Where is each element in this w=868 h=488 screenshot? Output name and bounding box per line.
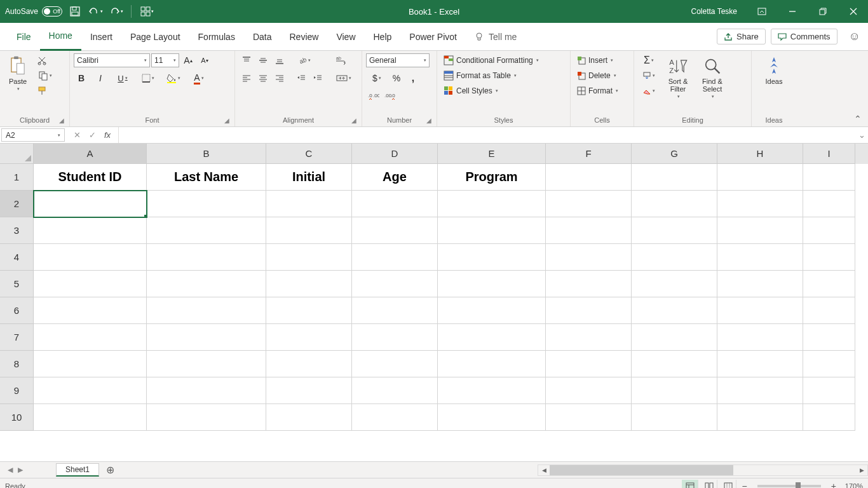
font-color-icon[interactable]: A▾ bbox=[188, 71, 210, 85]
autosave-toggle[interactable]: AutoSave Off bbox=[5, 6, 62, 17]
clear-icon[interactable]: ▾ bbox=[638, 84, 660, 98]
sheet-nav-next-icon[interactable]: ▶ bbox=[15, 466, 25, 474]
clipboard-dialog-launcher[interactable]: ◢ bbox=[59, 117, 64, 124]
align-center-icon[interactable] bbox=[255, 71, 271, 85]
tab-home[interactable]: Home bbox=[40, 23, 81, 51]
column-header-I[interactable]: I bbox=[803, 144, 855, 164]
cell-H2[interactable] bbox=[717, 191, 803, 217]
row-header-8[interactable]: 8 bbox=[0, 351, 34, 377]
cell-H4[interactable] bbox=[717, 244, 803, 271]
format-cells-button[interactable]: Format▾ bbox=[574, 84, 621, 98]
column-header-D[interactable]: D bbox=[352, 144, 438, 164]
row-header-6[interactable]: 6 bbox=[0, 297, 34, 324]
cell-F1[interactable] bbox=[546, 164, 632, 191]
comments-button[interactable]: Comments bbox=[771, 29, 837, 44]
insert-cells-button[interactable]: Insert▾ bbox=[574, 53, 621, 67]
cell-G10[interactable] bbox=[632, 404, 717, 431]
save-icon[interactable] bbox=[67, 4, 83, 19]
delete-cells-button[interactable]: Delete▾ bbox=[574, 69, 621, 83]
font-name-select[interactable]: Calibri▾ bbox=[74, 53, 150, 67]
cell-A2[interactable] bbox=[34, 191, 147, 217]
decrease-indent-icon[interactable] bbox=[294, 71, 309, 85]
cell-H8[interactable] bbox=[717, 351, 803, 377]
increase-indent-icon[interactable] bbox=[310, 71, 325, 85]
hscroll-thumb[interactable] bbox=[550, 465, 733, 475]
cell-I3[interactable] bbox=[803, 217, 855, 244]
cell-G9[interactable] bbox=[632, 377, 717, 404]
tab-formulas[interactable]: Formulas bbox=[189, 23, 244, 51]
cell-A8[interactable] bbox=[34, 351, 147, 377]
column-header-A[interactable]: A bbox=[34, 144, 147, 164]
cell-H9[interactable] bbox=[717, 377, 803, 404]
cell-E9[interactable] bbox=[438, 377, 546, 404]
format-as-table-button[interactable]: Format as Table▾ bbox=[441, 69, 541, 83]
cell-H6[interactable] bbox=[717, 297, 803, 324]
increase-decimal-icon[interactable]: .0.00 bbox=[366, 89, 381, 103]
align-middle-icon[interactable] bbox=[255, 53, 271, 67]
cell-B1[interactable]: Last Name bbox=[147, 164, 266, 191]
cell-I8[interactable] bbox=[803, 351, 855, 377]
tab-insert[interactable]: Insert bbox=[81, 23, 121, 51]
cell-G4[interactable] bbox=[632, 244, 717, 271]
column-header-H[interactable]: H bbox=[717, 144, 803, 164]
cell-G8[interactable] bbox=[632, 351, 717, 377]
formula-input[interactable] bbox=[119, 127, 855, 143]
wrap-text-icon[interactable]: ab bbox=[333, 53, 348, 67]
align-bottom-icon[interactable] bbox=[272, 53, 287, 67]
merge-center-icon[interactable]: ▾ bbox=[333, 71, 355, 85]
cell-H5[interactable] bbox=[717, 271, 803, 297]
zoom-slider[interactable] bbox=[757, 485, 821, 487]
orientation-icon[interactable]: ab▾ bbox=[294, 53, 315, 67]
sheet-tab-1[interactable]: Sheet1 bbox=[56, 463, 99, 477]
increase-font-icon[interactable]: A▴ bbox=[180, 53, 196, 67]
share-button[interactable]: Share bbox=[717, 29, 766, 44]
cell-E7[interactable] bbox=[438, 324, 546, 351]
cell-B2[interactable] bbox=[147, 191, 266, 217]
row-header-1[interactable]: 1 bbox=[0, 164, 34, 191]
ribbon-display-icon[interactable] bbox=[747, 0, 776, 23]
cell-I6[interactable] bbox=[803, 297, 855, 324]
column-header-C[interactable]: C bbox=[266, 144, 352, 164]
cell-E8[interactable] bbox=[438, 351, 546, 377]
cell-F10[interactable] bbox=[546, 404, 632, 431]
cell-E4[interactable] bbox=[438, 244, 546, 271]
font-dialog-launcher[interactable]: ◢ bbox=[224, 117, 229, 124]
autosum-icon[interactable]: Σ▾ bbox=[638, 53, 660, 67]
paste-button[interactable]: Paste ▾ bbox=[4, 53, 32, 94]
cell-B8[interactable] bbox=[147, 351, 266, 377]
tab-data[interactable]: Data bbox=[244, 23, 281, 51]
bold-icon[interactable]: B bbox=[74, 71, 89, 85]
cell-C6[interactable] bbox=[266, 297, 352, 324]
cell-C7[interactable] bbox=[266, 324, 352, 351]
collapse-ribbon-icon[interactable]: ⌃ bbox=[848, 51, 868, 126]
sheet-nav-prev-icon[interactable]: ◀ bbox=[5, 466, 15, 474]
column-header-F[interactable]: F bbox=[546, 144, 632, 164]
name-box[interactable]: A2▾ bbox=[1, 128, 65, 142]
tab-file[interactable]: File bbox=[8, 23, 40, 51]
italic-icon[interactable]: I bbox=[93, 71, 108, 85]
cell-C2[interactable] bbox=[266, 191, 352, 217]
underline-icon[interactable]: U▾ bbox=[112, 71, 133, 85]
cell-D9[interactable] bbox=[352, 377, 438, 404]
conditional-formatting-button[interactable]: Conditional Formatting▾ bbox=[441, 53, 541, 67]
cell-A5[interactable] bbox=[34, 271, 147, 297]
row-header-3[interactable]: 3 bbox=[0, 217, 34, 244]
cell-I2[interactable] bbox=[803, 191, 855, 217]
cell-F4[interactable] bbox=[546, 244, 632, 271]
horizontal-scrollbar[interactable]: ◀ ▶ bbox=[538, 464, 868, 476]
cell-I5[interactable] bbox=[803, 271, 855, 297]
column-header-E[interactable]: E bbox=[438, 144, 546, 164]
cell-I4[interactable] bbox=[803, 244, 855, 271]
align-left-icon[interactable] bbox=[239, 71, 254, 85]
cell-F5[interactable] bbox=[546, 271, 632, 297]
decrease-font-icon[interactable]: A▾ bbox=[197, 53, 212, 67]
cell-A9[interactable] bbox=[34, 377, 147, 404]
feedback-smiley-icon[interactable]: ☺ bbox=[849, 30, 860, 43]
cell-A7[interactable] bbox=[34, 324, 147, 351]
percent-icon[interactable]: % bbox=[389, 71, 404, 85]
cell-E5[interactable] bbox=[438, 271, 546, 297]
cell-G3[interactable] bbox=[632, 217, 717, 244]
cell-A1[interactable]: Student ID bbox=[34, 164, 147, 191]
number-dialog-launcher[interactable]: ◢ bbox=[426, 117, 431, 124]
comma-icon[interactable]: , bbox=[405, 71, 421, 85]
